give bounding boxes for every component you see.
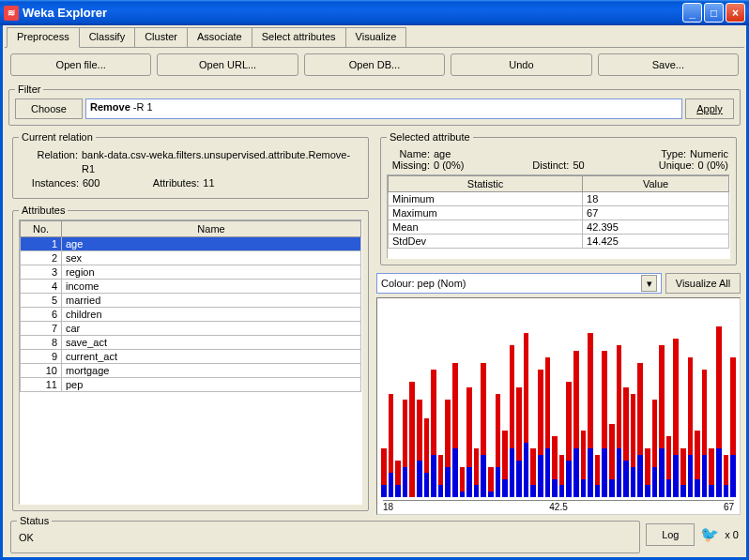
colour-combo-value: Colour: pep (Nom) (381, 278, 466, 289)
attr-name: married (62, 294, 361, 308)
filter-choose-button[interactable]: Choose (15, 98, 83, 119)
histogram-bar (474, 448, 480, 497)
attributes-label: Attributes: (137, 176, 199, 190)
histogram-bar (573, 351, 579, 497)
open-url-button[interactable]: Open URL... (157, 53, 298, 76)
attribute-row[interactable]: 1age (21, 237, 361, 251)
histogram-bar (524, 333, 529, 498)
sel-distinct-label: Distinct: (532, 159, 569, 171)
colour-combo[interactable]: Colour: pep (Nom) ▾ (376, 273, 662, 294)
tab-preprocess[interactable]: Preprocess (7, 27, 80, 48)
undo-button[interactable]: Undo (451, 53, 591, 76)
task-count: x 0 (725, 529, 739, 540)
visualize-all-button[interactable]: Visualize All (665, 273, 741, 294)
histogram-bar (502, 431, 508, 498)
attribute-row[interactable]: 5married (21, 294, 361, 308)
sel-name-value: age (434, 148, 451, 159)
attribute-row[interactable]: 2sex (21, 251, 361, 265)
tab-associate[interactable]: Associate (187, 27, 252, 47)
instances-label: Instances: (23, 176, 79, 190)
attribute-row[interactable]: 10mortgage (21, 364, 361, 378)
open-file-button[interactable]: Open file... (10, 53, 151, 76)
tab-cluster[interactable]: Cluster (134, 27, 188, 47)
maximize-button[interactable]: □ (704, 3, 724, 23)
histogram-bar (652, 400, 658, 497)
selected-attribute-fieldset: Selected attribute Name:age Type:Numeric… (380, 131, 737, 265)
sel-distinct-value: 50 (573, 159, 584, 171)
histogram-bar (730, 357, 736, 498)
selected-attribute-legend: Selected attribute (387, 131, 473, 143)
attr-name: income (62, 280, 361, 294)
histogram-chart: 18 42.5 67 (376, 297, 741, 515)
attribute-row[interactable]: 6children (21, 308, 361, 322)
filter-apply-button[interactable]: Apply (685, 98, 734, 119)
instances-value: 600 (83, 176, 99, 190)
attr-name: current_act (62, 350, 361, 364)
histogram-bar (409, 382, 415, 498)
attr-no: 11 (21, 378, 62, 392)
attr-no: 9 (21, 350, 62, 364)
open-db-button[interactable]: Open DB... (304, 53, 445, 76)
log-button[interactable]: Log (646, 523, 695, 546)
attr-no: 6 (21, 308, 62, 322)
histogram-bar (680, 448, 686, 497)
histogram-bar (389, 394, 394, 498)
attribute-row[interactable]: 7car (21, 322, 361, 336)
close-button[interactable]: × (726, 3, 745, 23)
window-title: Weka Explorer (23, 6, 682, 20)
attribute-row[interactable]: 9current_act (21, 350, 361, 364)
axis-min: 18 (383, 502, 393, 512)
histogram-bar (688, 357, 694, 498)
attr-no: 5 (21, 294, 62, 308)
attribute-row[interactable]: 8save_act (21, 336, 361, 350)
sel-type-label: Type: (661, 148, 686, 159)
histogram-bar (566, 382, 572, 498)
stats-table: Statistic Value Minimum18Maximum67Mean42… (388, 175, 729, 249)
stat-name: Maximum (389, 206, 583, 220)
filter-text-field[interactable]: Remove -R 1 (85, 98, 682, 119)
histogram-bar (602, 351, 607, 497)
histogram-bar (460, 467, 466, 498)
tab-classify[interactable]: Classify (79, 27, 136, 47)
sel-unique-label: Unique: (659, 159, 695, 171)
attribute-row[interactable]: 3region (21, 265, 361, 280)
attr-header-name[interactable]: Name (62, 221, 361, 237)
histogram-bar (709, 448, 714, 497)
current-relation-legend: Current relation (19, 131, 96, 143)
attributes-legend: Attributes (19, 204, 68, 216)
histogram-bar (530, 448, 536, 497)
attribute-row[interactable]: 11pep (21, 378, 361, 392)
histogram-bar (395, 461, 401, 497)
attributes-value: 11 (203, 176, 214, 190)
attr-no: 7 (21, 322, 62, 336)
stat-row: StdDev14.425 (389, 235, 729, 249)
attr-no: 10 (21, 364, 62, 378)
stat-value: 42.395 (583, 220, 729, 235)
attr-header-no[interactable]: No. (21, 221, 62, 237)
histogram-bar (716, 326, 722, 497)
attr-no: 3 (21, 265, 62, 280)
window-titlebar[interactable]: ≋ Weka Explorer _ □ × (0, 0, 749, 25)
histogram-bar (538, 370, 543, 498)
histogram-bar (496, 394, 501, 498)
tab-visualize[interactable]: Visualize (345, 27, 407, 47)
filter-name: Remove (90, 101, 130, 113)
attr-name: save_act (62, 336, 361, 350)
minimize-button[interactable]: _ (682, 3, 702, 23)
stat-value: 67 (583, 206, 729, 220)
histogram-bar (466, 387, 472, 497)
stat-row: Minimum18 (389, 192, 729, 206)
histogram-bar (637, 363, 643, 497)
histogram-bar (659, 345, 665, 498)
filter-legend: Filter (15, 83, 43, 95)
tab-select-attributes[interactable]: Select attributes (252, 27, 346, 47)
histogram-bar (438, 455, 444, 498)
attr-no: 8 (21, 336, 62, 350)
save-button[interactable]: Save... (598, 53, 739, 76)
histogram-bar (559, 455, 565, 498)
attribute-row[interactable]: 4income (21, 280, 361, 294)
status-text: OK (17, 530, 634, 547)
histogram-bar (702, 370, 708, 498)
histogram-bar (724, 455, 729, 498)
attributes-table[interactable]: No. Name 1age2sex3region4income5married6… (20, 220, 361, 392)
